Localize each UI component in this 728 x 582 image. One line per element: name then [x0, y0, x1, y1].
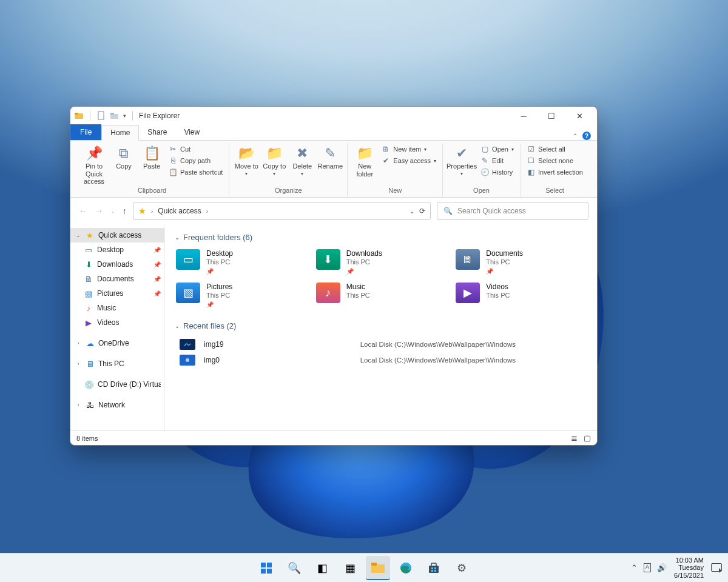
sidebar-item-music[interactable]: ♪Music — [70, 301, 164, 315]
collapse-ribbon-icon[interactable]: ⌃ — [573, 133, 578, 139]
recent-file-row[interactable]: img19 Local Disk (C:)\Windows\Web\Wallpa… — [175, 336, 587, 352]
chevron-right-icon[interactable]: › — [75, 361, 81, 367]
tray-overflow-icon[interactable]: ⌃ — [631, 563, 638, 572]
tiles-view-icon[interactable]: ▢ — [584, 433, 591, 443]
recent-file-row[interactable]: img0 Local Disk (C:)\Windows\Web\Wallpap… — [175, 352, 587, 368]
folder-tile-music[interactable]: ♪MusicThis PC — [315, 281, 448, 310]
svg-rect-9 — [267, 569, 272, 574]
move-to-button[interactable]: 📂Move to▾ — [234, 143, 258, 176]
pin-icon: 📌 — [486, 268, 523, 276]
chevron-right-icon[interactable]: › — [75, 402, 81, 408]
taskbar-clock[interactable]: 10:03 AM Tuesday 6/15/2021 — [674, 557, 704, 580]
start-button[interactable] — [254, 556, 278, 580]
content-pane[interactable]: ⌄ Frequent folders (6) ▭DesktopThis PC📌 … — [165, 224, 597, 430]
frequent-folders-header[interactable]: ⌄ Frequent folders (6) — [175, 233, 587, 242]
image-thumbnail-icon — [180, 339, 195, 350]
cut-button[interactable]: ✂Cut — [167, 144, 224, 154]
close-button[interactable]: ✕ — [565, 107, 593, 125]
folder-tile-desktop[interactable]: ▭DesktopThis PC📌 — [175, 248, 308, 276]
new-folder-button[interactable]: 📁New folder — [352, 143, 377, 178]
history-button[interactable]: 🕘History — [479, 167, 515, 177]
task-view-icon[interactable]: ◧ — [310, 556, 334, 580]
rename-button[interactable]: ✎Rename — [318, 143, 342, 170]
tray-volume-icon[interactable]: 🔊 — [657, 563, 667, 572]
paste-shortcut-button[interactable]: 📋Paste shortcut — [167, 167, 224, 177]
chevron-right-icon[interactable]: › — [75, 340, 81, 346]
sidebar-item-videos[interactable]: ▶Videos — [70, 315, 164, 330]
chevron-right-icon[interactable]: › — [206, 208, 208, 215]
window-body: ⌄ ★ Quick access ▭Desktop📌 ⬇Downloads📌 🗎… — [70, 224, 597, 430]
svg-rect-10 — [371, 564, 385, 573]
sidebar-cd-drive[interactable]: 💿CD Drive (D:) VirtualE — [70, 377, 164, 392]
group-label: Organize — [275, 186, 302, 196]
folder-tile-pictures[interactable]: ▧PicturesThis PC📌 — [175, 281, 308, 310]
sidebar-this-pc[interactable]: ›🖥This PC — [70, 356, 164, 371]
notifications-icon[interactable] — [711, 563, 722, 572]
delete-button[interactable]: ✖Delete▾ — [290, 143, 314, 176]
folder-tile-videos[interactable]: ▶VideosThis PC — [454, 281, 587, 310]
group-label: New — [388, 186, 402, 196]
details-view-icon[interactable]: ≣ — [571, 433, 578, 443]
svg-rect-14 — [431, 563, 436, 566]
qat-new-doc-icon[interactable] — [96, 111, 106, 121]
qat-dropdown-icon[interactable]: ▾ — [123, 113, 126, 119]
tab-home[interactable]: Home — [101, 125, 139, 141]
pin-to-quick-access-button[interactable]: 📌 Pin to Quick access — [80, 143, 108, 186]
sidebar-quick-access[interactable]: ⌄ ★ Quick access — [70, 228, 164, 242]
sidebar-item-desktop[interactable]: ▭Desktop📌 — [70, 242, 164, 257]
edit-button[interactable]: ✎Edit — [479, 156, 515, 166]
titlebar[interactable]: ▾ File Explorer ─ ☐ ✕ — [70, 107, 597, 125]
copy-to-button[interactable]: 📁Copy to▾ — [262, 143, 286, 176]
address-bar[interactable]: ★ › Quick access › ⌄ ⟳ — [133, 202, 431, 220]
paste-button[interactable]: 📋 Paste — [140, 143, 164, 170]
pin-icon: 📌 — [153, 276, 161, 283]
taskbar-store-icon[interactable] — [422, 556, 446, 580]
easy-access-button[interactable]: ✔Easy access ▾ — [380, 156, 437, 166]
svg-rect-6 — [261, 563, 266, 567]
nav-history-icon[interactable]: ⌄ — [110, 208, 115, 214]
file-path: Local Disk (C:)\Windows\Web\Wallpaper\Wi… — [360, 356, 582, 364]
taskbar-edge-icon[interactable] — [394, 556, 418, 580]
nav-forward-icon[interactable]: → — [95, 206, 103, 216]
widgets-icon[interactable]: ▦ — [338, 556, 362, 580]
refresh-icon[interactable]: ⟳ — [419, 207, 425, 215]
nav-back-icon[interactable]: ← — [79, 206, 87, 216]
search-box[interactable]: 🔍 Search Quick access — [437, 202, 588, 220]
address-dropdown-icon[interactable]: ⌄ — [410, 208, 414, 215]
tray-language-icon[interactable]: A — [644, 563, 651, 572]
folder-tile-downloads[interactable]: ⬇DownloadsThis PC📌 — [315, 248, 448, 276]
properties-button[interactable]: ✔Properties▾ — [448, 143, 476, 176]
new-item-button[interactable]: 🗎New item ▾ — [380, 144, 437, 154]
open-button[interactable]: ▢Open ▾ — [479, 144, 515, 154]
pin-icon: 📌 — [153, 290, 161, 297]
maximize-button[interactable]: ☐ — [538, 107, 565, 125]
recent-files-header[interactable]: ⌄ Recent files (2) — [175, 321, 587, 330]
sidebar-onedrive[interactable]: ›☁OneDrive — [70, 336, 164, 350]
ribbon-tabs: File Home Share View ⌃ ? — [70, 125, 597, 141]
minimize-button[interactable]: ─ — [510, 107, 538, 125]
select-none-button[interactable]: ☐Select none — [525, 156, 584, 166]
taskbar-settings-icon[interactable]: ⚙ — [450, 556, 474, 580]
qat-folder-icon[interactable] — [110, 111, 120, 121]
tab-share[interactable]: Share — [139, 124, 175, 140]
breadcrumb[interactable]: Quick access — [158, 207, 201, 215]
sidebar-item-downloads[interactable]: ⬇Downloads📌 — [70, 257, 164, 272]
sidebar-item-pictures[interactable]: ▧Pictures📌 — [70, 286, 164, 301]
copy-button[interactable]: ⧉ Copy — [112, 143, 136, 170]
copy-path-button[interactable]: ⎘Copy path — [167, 156, 224, 166]
sidebar-item-documents[interactable]: 🗎Documents📌 — [70, 272, 164, 286]
nav-up-icon[interactable]: ↑ — [123, 206, 127, 216]
chevron-down-icon[interactable]: ⌄ — [75, 232, 81, 238]
svg-rect-16 — [434, 567, 436, 569]
invert-selection-button[interactable]: ◧Invert selection — [525, 167, 584, 177]
select-all-button[interactable]: ☑Select all — [525, 144, 584, 154]
taskbar-search-icon[interactable]: 🔍 — [282, 556, 306, 580]
folder-tile-documents[interactable]: 🗎DocumentsThis PC📌 — [454, 248, 587, 276]
help-icon[interactable]: ? — [582, 132, 591, 140]
tab-file[interactable]: File — [70, 124, 101, 140]
tab-view[interactable]: View — [175, 124, 208, 140]
svg-rect-8 — [261, 569, 266, 574]
file-path: Local Disk (C:)\Windows\Web\Wallpaper\Wi… — [360, 341, 582, 348]
sidebar-network[interactable]: ›🖧Network — [70, 398, 164, 412]
taskbar-file-explorer-icon[interactable] — [366, 556, 390, 580]
